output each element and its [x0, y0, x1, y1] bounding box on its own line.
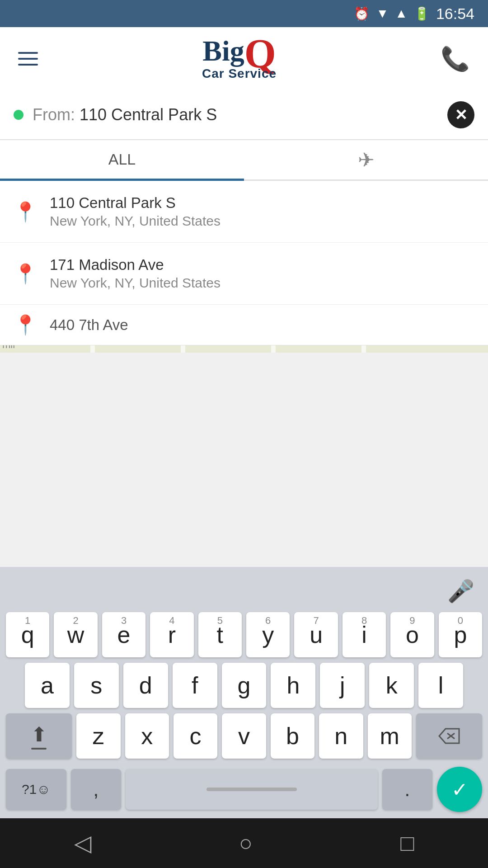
key-j[interactable]: j [320, 663, 365, 708]
key-u[interactable]: 7 u [294, 612, 338, 657]
key-num-5: 5 [198, 616, 242, 626]
suggestion-item-2[interactable]: 📍 440 7th Ave [0, 305, 488, 345]
key-r[interactable]: 4 r [150, 612, 193, 657]
suggestion-item-0[interactable]: 📍 110 Central Park S New York, NY, Unite… [0, 181, 488, 243]
key-letter-e: e [117, 623, 131, 646]
close-icon: ✕ [455, 107, 467, 123]
alarm-icon: ⏰ [354, 6, 370, 21]
logo-text: Big Q [202, 37, 276, 71]
space-key[interactable] [126, 769, 377, 810]
suggestion-text-1: 171 Madison Ave New York, NY, United Sta… [50, 256, 221, 291]
logo-car-service: Car Service [202, 66, 277, 81]
key-letter-k: k [386, 674, 398, 697]
comma-key[interactable]: , [71, 769, 121, 810]
key-letter-f: f [192, 674, 198, 697]
status-icons: ⏰ ▼ ▲ 🔋 16:54 [354, 5, 474, 23]
key-letter-l: l [438, 674, 444, 697]
enter-button[interactable]: ✓ [437, 767, 482, 812]
recents-button[interactable]: □ [400, 830, 414, 856]
key-num-9: 9 [390, 616, 434, 626]
key-letter-r: r [168, 623, 176, 646]
key-letter-g: g [238, 674, 251, 697]
key-letter-u: u [310, 623, 323, 646]
from-text: From: 110 Central Park S [33, 105, 438, 124]
key-g[interactable]: g [222, 663, 267, 708]
key-n[interactable]: n [319, 713, 363, 759]
key-z[interactable]: z [76, 713, 120, 759]
phone-button[interactable]: 📞 [441, 45, 470, 73]
signal-icon: ▲ [395, 6, 408, 21]
period-key[interactable]: . [382, 769, 432, 810]
map-area: 9th 2nd mir From: 110 Central Park S ✕ A… [0, 90, 488, 353]
home-button[interactable]: ○ [239, 830, 253, 856]
suggestion-item-1[interactable]: 📍 171 Madison Ave New York, NY, United S… [0, 243, 488, 305]
backspace-icon [438, 728, 460, 744]
key-s[interactable]: s [74, 663, 119, 708]
key-i[interactable]: 8 i [343, 612, 386, 657]
key-e[interactable]: 3 e [102, 612, 145, 657]
search-overlay: From: 110 Central Park S ✕ ALL ✈ 📍 110 C… [0, 90, 488, 345]
mic-row: 🎤 [0, 574, 488, 609]
location-dot [14, 110, 23, 120]
clear-button[interactable]: ✕ [447, 101, 474, 128]
suggestion-city-1: New York, NY, United States [50, 275, 221, 291]
key-b[interactable]: b [271, 713, 314, 759]
suggestions-list: 📍 110 Central Park S New York, NY, Unite… [0, 181, 488, 345]
key-letter-w: w [67, 623, 84, 646]
key-x[interactable]: x [125, 713, 169, 759]
key-k[interactable]: k [369, 663, 414, 708]
period-label: . [404, 778, 410, 801]
key-letter-h: h [286, 674, 300, 697]
key-letter-q: q [21, 623, 34, 646]
key-letter-m: m [380, 724, 399, 748]
suggestion-city-0: New York, NY, United States [50, 213, 221, 229]
wifi-icon: ▼ [376, 6, 389, 21]
key-m[interactable]: m [368, 713, 412, 759]
menu-button[interactable] [18, 52, 38, 66]
from-field[interactable]: From: 110 Central Park S ✕ [0, 90, 488, 140]
key-w[interactable]: 2 w [54, 612, 97, 657]
symbols-button[interactable]: ?1☺ [6, 769, 66, 810]
key-p[interactable]: 0 p [439, 612, 482, 657]
key-d[interactable]: d [123, 663, 168, 708]
logo-q: Q [244, 37, 276, 71]
backspace-button[interactable] [416, 713, 482, 759]
back-button[interactable]: ◁ [74, 830, 91, 856]
key-num-4: 4 [150, 616, 193, 626]
checkmark-icon: ✓ [451, 778, 468, 801]
key-letter-v: v [238, 724, 250, 748]
key-letter-n: n [334, 724, 347, 748]
key-y[interactable]: 6 y [246, 612, 290, 657]
key-l[interactable]: l [418, 663, 463, 708]
battery-icon: 🔋 [414, 6, 430, 21]
key-letter-x: x [141, 724, 153, 748]
suggestion-address-1: 171 Madison Ave [50, 256, 221, 274]
suggestion-text-2: 440 7th Ave [50, 316, 128, 334]
key-h[interactable]: h [271, 663, 315, 708]
svg-marker-14 [439, 729, 459, 743]
key-f[interactable]: f [173, 663, 217, 708]
key-a[interactable]: a [25, 663, 70, 708]
key-t[interactable]: 5 t [198, 612, 242, 657]
key-letter-s: s [90, 674, 102, 697]
key-letter-c: c [190, 724, 202, 748]
shift-button[interactable]: ⬆ [6, 713, 72, 759]
clock-display: 16:54 [436, 5, 474, 23]
key-c[interactable]: c [174, 713, 217, 759]
key-letter-b: b [286, 724, 299, 748]
keyboard-area: 🎤 1 q 2 w 3 e 4 r 5 t 6 y 7 u [0, 567, 488, 818]
tab-all-label: ALL [108, 151, 136, 168]
tabs-row: ALL ✈ [0, 140, 488, 181]
key-q[interactable]: 1 q [6, 612, 49, 657]
tab-all[interactable]: ALL [0, 140, 244, 181]
microphone-icon[interactable]: 🎤 [447, 579, 474, 604]
suggestion-address-2: 440 7th Ave [50, 316, 128, 334]
symbols-label: ?1☺ [22, 782, 51, 797]
key-v[interactable]: v [222, 713, 266, 759]
tab-flight[interactable]: ✈ [244, 140, 488, 179]
space-bar-visual [206, 788, 297, 791]
key-o[interactable]: 9 o [390, 612, 434, 657]
key-num-8: 8 [343, 616, 386, 626]
flight-icon: ✈ [358, 148, 375, 171]
key-num-0: 0 [439, 616, 482, 626]
